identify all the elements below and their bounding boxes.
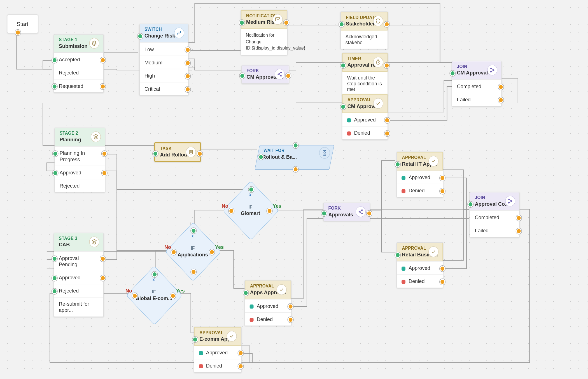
port-in[interactable]	[53, 151, 58, 157]
port-in[interactable]	[340, 104, 346, 110]
stage3-cab[interactable]: STAGE 3 CAB Approval Pending Approved Re…	[54, 233, 104, 317]
port-in[interactable]	[52, 275, 57, 281]
port-in[interactable]	[395, 252, 400, 258]
port-in[interactable]	[52, 256, 57, 262]
fork-approvals[interactable]: FORK Approvals	[323, 203, 370, 221]
start-node[interactable]: Start	[7, 15, 38, 34]
port-in[interactable]	[52, 84, 57, 90]
port-in[interactable]	[468, 202, 473, 207]
port-in[interactable]	[243, 290, 248, 296]
port-out[interactable]	[100, 275, 105, 281]
fork-cm-approval[interactable]: FORK CM Approval ...	[241, 65, 289, 84]
port-in[interactable]	[340, 63, 346, 69]
stage-option[interactable]: Approved	[55, 166, 105, 179]
port-out[interactable]	[229, 208, 234, 214]
stage-option[interactable]: Requested	[54, 79, 103, 92]
port-out[interactable]	[440, 279, 445, 285]
approval-retail-it[interactable]: APPROVAL Retail IT App... Approved Denie…	[396, 152, 443, 197]
join-option[interactable]: Failed	[470, 224, 519, 237]
approval-apps[interactable]: APPROVAL Apps Approval Approved Denied	[245, 280, 291, 326]
waitfor-rollout[interactable]: WAIT FOR Rollout & Ba...	[257, 145, 332, 170]
if-glomart[interactable]: IFGlomart	[217, 185, 283, 235]
approval-option[interactable]: Denied	[342, 126, 388, 139]
join-option[interactable]: Completed	[452, 79, 501, 93]
port-out[interactable]	[384, 118, 390, 123]
port-out[interactable]	[267, 208, 272, 214]
port-out[interactable]	[185, 86, 190, 92]
approval-option[interactable]: Approved	[397, 261, 443, 274]
approval-option[interactable]: Denied	[397, 184, 443, 197]
port-in[interactable]	[52, 288, 57, 294]
approval-option[interactable]: Approved	[245, 299, 291, 312]
approval-option[interactable]: Denied	[245, 312, 291, 326]
port-in[interactable]	[191, 228, 196, 234]
timer-approval-reminder[interactable]: TIMER Approval re... Wait until the stop…	[342, 53, 388, 96]
port-out[interactable]	[498, 97, 503, 103]
port-out[interactable]	[440, 266, 445, 272]
port-out[interactable]	[288, 317, 293, 323]
task-add-rollout[interactable]: TASK Add Rollout ...	[154, 142, 201, 162]
port-in[interactable]	[192, 337, 198, 343]
port-out[interactable]	[238, 350, 243, 356]
port-in[interactable]	[293, 142, 298, 148]
join-approval-complete[interactable]: JOIN Approval Co... Completed Failed	[470, 192, 520, 237]
port-out[interactable]	[100, 57, 105, 63]
approval-option[interactable]: Denied	[194, 359, 241, 372]
stage-option[interactable]: Rejected	[54, 284, 103, 297]
port-out[interactable]	[171, 249, 176, 255]
port-out[interactable]	[284, 20, 289, 26]
port-out[interactable]	[191, 269, 196, 275]
port-in[interactable]	[450, 71, 455, 76]
port-out[interactable]	[440, 188, 445, 194]
port-out[interactable]	[170, 293, 176, 299]
join-option[interactable]: Completed	[470, 210, 519, 224]
stage-option[interactable]: Accepted	[54, 53, 103, 66]
approval-cm[interactable]: APPROVAL CM Approval Approved Denied	[342, 94, 388, 140]
port-in[interactable]	[239, 73, 245, 79]
port-in[interactable]	[239, 20, 244, 26]
approval-retail-business[interactable]: APPROVAL Retail Busine... Approved Denie…	[396, 242, 443, 288]
if-global-ecom[interactable]: IFGlobal E-com...	[121, 270, 187, 320]
approval-option[interactable]: Denied	[397, 274, 443, 287]
switch-option[interactable]: Medium	[140, 56, 188, 69]
stage-option[interactable]: Approved	[54, 271, 103, 284]
port-in[interactable]	[248, 187, 254, 193]
stage2-planning[interactable]: STAGE 2 Planning Planning In Progress Ap…	[55, 128, 105, 192]
stage-option[interactable]: Re-submit for appr...	[54, 297, 103, 316]
port-out[interactable]	[384, 131, 390, 137]
port-in[interactable]	[153, 151, 158, 157]
switch-option[interactable]: Critical	[140, 82, 188, 95]
port-out[interactable]	[185, 60, 190, 66]
port-out[interactable]	[15, 30, 20, 36]
port-out[interactable]	[185, 47, 190, 53]
approval-ecomm[interactable]: APPROVAL E-comm App... Approved Denied	[194, 327, 242, 372]
port-out[interactable]	[100, 84, 105, 90]
join-cm-approval[interactable]: JOIN CM Approval ... Completed Failed	[452, 61, 502, 106]
notification-medium-risk[interactable]: NOTIFICATION Medium Risk... Notification…	[241, 10, 288, 55]
stage-option[interactable]: Approval Pending	[54, 251, 103, 271]
port-out[interactable]	[293, 167, 298, 172]
port-out[interactable]	[384, 63, 389, 69]
approval-option[interactable]: Approved	[194, 346, 241, 359]
flow-canvas[interactable]: Start STAGE 1 Submission Accepted Reject…	[0, 0, 588, 379]
port-out[interactable]	[132, 293, 137, 299]
port-out[interactable]	[238, 363, 243, 369]
switch-option[interactable]: High	[140, 69, 188, 82]
if-applications[interactable]: IFApplications	[160, 227, 226, 276]
port-out[interactable]	[367, 210, 372, 216]
port-out[interactable]	[286, 73, 291, 79]
port-out[interactable]	[288, 304, 293, 310]
port-in[interactable]	[53, 170, 58, 176]
port-out[interactable]	[384, 22, 389, 27]
stage-option[interactable]: Planning In Progress	[55, 146, 105, 166]
field-update-stakeholder[interactable]: FIELD UPDATE Stakeholder ... Acknowledge…	[340, 11, 388, 49]
join-option[interactable]: Failed	[452, 93, 501, 106]
approval-option[interactable]: Approved	[397, 170, 443, 184]
approval-option[interactable]: Approved	[342, 113, 388, 126]
port-in[interactable]	[395, 162, 400, 167]
switch-change-risk[interactable]: SWITCH Change Risk Low Medium High Criti…	[139, 24, 188, 95]
port-in[interactable]	[137, 33, 143, 39]
port-out[interactable]	[185, 73, 190, 79]
port-out[interactable]	[516, 228, 521, 234]
port-out[interactable]	[440, 175, 445, 181]
